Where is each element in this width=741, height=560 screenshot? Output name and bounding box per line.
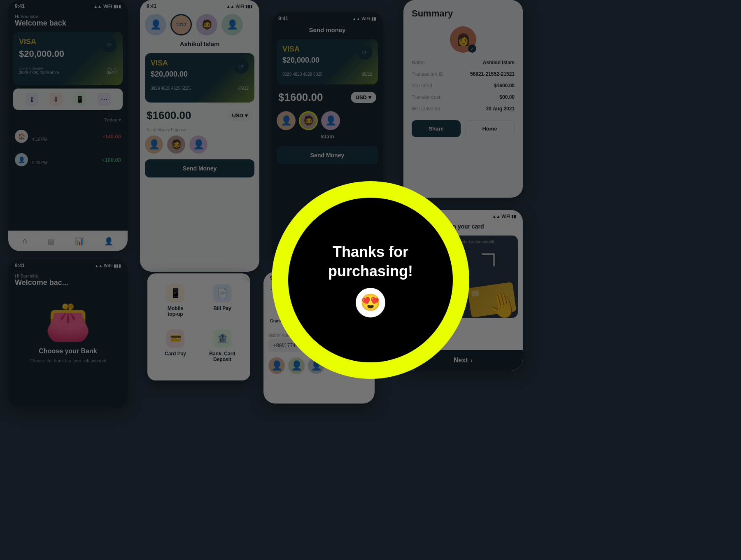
- overlay-ring: Thanks for purchasing! 😍: [272, 181, 469, 379]
- purchase-overlay: Thanks for purchasing! 😍: [0, 0, 741, 560]
- overlay-inner: Thanks for purchasing! 😍: [288, 198, 453, 362]
- overlay-emoji: 😍: [356, 288, 385, 317]
- thanks-line1: Thanks for: [333, 243, 408, 260]
- emoji-icon: 😍: [360, 293, 381, 312]
- overlay-text: Thanks for purchasing!: [328, 243, 413, 281]
- thanks-line2: purchasing!: [328, 263, 413, 280]
